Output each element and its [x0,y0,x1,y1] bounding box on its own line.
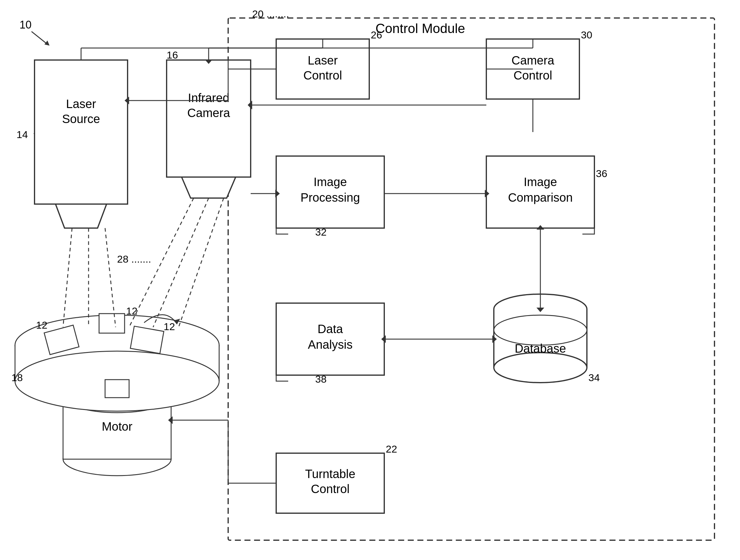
laser-control-label: Laser [308,54,338,67]
image-processing-label2: Processing [300,191,360,204]
camera-connector [182,177,236,198]
ref-12b: 12 [164,321,175,332]
ref-36: 36 [596,168,607,179]
diagram-container: Control Module 20 ........ 10 Laser Sour… [0,0,740,560]
ref-16: 16 [167,49,178,61]
turntable-control-label2: Control [311,482,350,495]
data-analysis-label2: Analysis [308,338,353,351]
ref-30: 30 [581,29,592,40]
image-processing-label: Image [313,175,347,188]
ref-26: 26 [371,29,382,40]
motor-label: Motor [102,420,132,433]
ref-14: 14 [16,129,28,140]
motor-stem [105,380,129,398]
ref-12a: 12 [36,319,48,331]
turntable-control-label: Turntable [305,467,355,480]
ref-38: 38 [315,373,327,385]
ref-12c: 12 [126,305,137,316]
data-analysis-label: Data [317,322,343,336]
ref-34: 34 [588,372,600,383]
laser-source-label: Laser [66,97,96,110]
pcb-sample-3 [99,313,124,333]
ref-18: 18 [11,372,23,383]
laser-connector [56,204,107,228]
database-mid [494,315,587,345]
database-label: Database [515,342,566,355]
ref-22: 22 [386,443,397,455]
camera-control-label2: Control [514,69,552,82]
laser-control-label2: Control [303,69,342,82]
pcb-sample-2 [130,326,164,354]
ref-10: 10 [19,19,31,31]
control-module-title: Control Module [376,21,465,36]
infrared-camera-label: Infrared [188,91,229,104]
image-comparison-label: Image [524,175,557,188]
image-comparison-label2: Comparison [508,191,573,204]
laser-source-box [34,60,127,204]
laser-source-label2: Source [62,112,100,125]
infrared-camera-label2: Camera [187,106,230,119]
ref-20: 20 ........ [252,8,289,19]
ref-32: 32 [315,226,327,238]
camera-control-label: Camera [512,54,554,67]
database-bottom [494,353,587,383]
ref-28: 28 ....... [117,253,151,265]
